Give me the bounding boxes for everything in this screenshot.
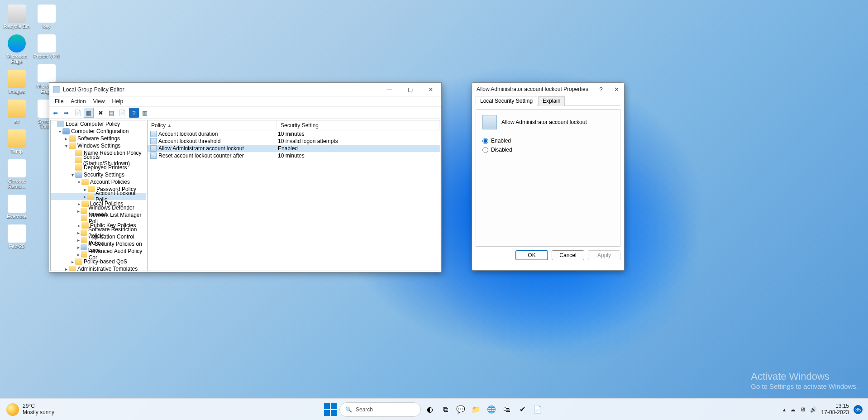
ok-button[interactable]: OK — [515, 250, 548, 260]
volume-icon[interactable]: 🔊 — [810, 406, 817, 413]
tab-explain[interactable]: Explain — [538, 96, 565, 106]
policy-row[interactable]: Allow Administrator account lockoutEnabl… — [148, 145, 440, 152]
icon-label: Temp — [11, 148, 23, 154]
gpedit-titlebar[interactable]: Local Group Policy Editor — ▢ ✕ — [49, 83, 441, 96]
dialog-titlebar[interactable]: Allow Administrator account lockout Prop… — [472, 83, 624, 95]
close-button[interactable]: ✕ — [420, 83, 441, 96]
policy-list[interactable]: Policy▲ Security Setting Account lockout… — [147, 120, 440, 271]
notepad-icon[interactable]: 📄 — [531, 403, 544, 416]
col-policy[interactable]: Policy▲ — [148, 120, 277, 130]
app-icon[interactable]: ✔ — [516, 403, 529, 416]
expand-icon[interactable]: ▸ — [70, 259, 75, 264]
tree-node[interactable]: ▸Administrative Templates — [51, 265, 146, 271]
tree-node[interactable]: Scripts (Startup/Shutdown) — [51, 157, 146, 164]
desktop-icon[interactable]: Images — [2, 70, 32, 94]
apply-button[interactable]: Apply — [588, 250, 620, 260]
desktop-icon[interactable]: Microsoft Edge — [2, 34, 32, 64]
expand-icon[interactable]: ▸ — [76, 201, 81, 206]
view-icon[interactable]: ▥ — [140, 108, 150, 118]
start-button[interactable] — [324, 403, 337, 416]
desktop-icon[interactable]: Feb-20 — [2, 224, 32, 249]
list-header[interactable]: Policy▲ Security Setting — [148, 120, 440, 130]
network-icon[interactable]: 🖥 — [800, 406, 806, 413]
tree-node[interactable]: Local Computer Policy — [51, 120, 146, 128]
expand-icon[interactable]: ▸ — [82, 194, 87, 199]
back-icon[interactable]: ⬅ — [50, 108, 60, 118]
desktop-icon[interactable]: Chrome Remo... — [2, 159, 32, 189]
desktop-icon[interactable]: Recycle Bin — [2, 5, 32, 29]
tree-node[interactable]: ▸Account Lockout Polic — [51, 193, 146, 200]
export-icon[interactable]: 📄 — [117, 108, 127, 118]
expand-icon[interactable]: ▸ — [63, 136, 69, 141]
show-tree-icon[interactable]: ▦ — [84, 108, 94, 118]
menu-help[interactable]: Help — [109, 97, 127, 105]
clock[interactable]: 13:15 17-08-2023 — [821, 403, 849, 416]
cancel-button[interactable]: Cancel — [552, 250, 584, 260]
dialog-close-button[interactable]: ✕ — [609, 83, 624, 95]
explorer-icon[interactable]: 📁 — [470, 403, 482, 416]
delete-icon[interactable]: ✖ — [95, 108, 105, 118]
tree-node[interactable]: ▾Computer Configuration — [51, 128, 146, 135]
expand-icon[interactable]: ▸ — [76, 238, 81, 243]
maximize-button[interactable]: ▢ — [400, 83, 420, 96]
radio-disabled[interactable]: Disabled — [482, 147, 614, 153]
activation-watermark: Activate Windows Go to Settings to activ… — [751, 371, 858, 390]
tab-local-security-setting[interactable]: Local Security Setting — [476, 96, 537, 105]
expand-icon[interactable]: ▸ — [76, 223, 81, 228]
policy-row[interactable]: Reset account lockout counter after10 mi… — [148, 152, 440, 159]
desktop-icon[interactable]: Proton VPN — [32, 34, 62, 59]
policy-row[interactable]: Account lockout duration10 minutes — [148, 130, 440, 138]
tree-node[interactable]: Network List Manager Poli — [51, 215, 146, 222]
expand-icon[interactable]: ▸ — [76, 252, 81, 257]
edge-icon[interactable]: 🌐 — [485, 403, 498, 416]
desktop-icon[interactable]: Temp — [2, 129, 32, 154]
expand-icon[interactable]: ▸ — [76, 245, 81, 250]
onedrive-icon[interactable]: ☁ — [790, 406, 796, 413]
tree-label: Account Policies — [90, 179, 130, 185]
menu-file[interactable]: File — [51, 97, 67, 105]
tree-node[interactable]: ▾Account Policies — [51, 178, 146, 186]
forward-icon[interactable]: ➡ — [61, 108, 71, 118]
menu-view[interactable]: View — [90, 97, 109, 105]
dialog-help-button[interactable]: ? — [593, 83, 609, 95]
expand-icon[interactable]: ▾ — [57, 129, 62, 134]
chat-icon[interactable]: 💬 — [454, 403, 467, 416]
desktop-icon[interactable]: key — [32, 5, 62, 29]
radio-enabled-input[interactable] — [482, 138, 488, 144]
weather-widget[interactable]: 29°C Mostly sunny — [6, 403, 54, 416]
minimize-button[interactable]: — — [379, 83, 400, 96]
policy-tree[interactable]: Local Computer Policy▾Computer Configura… — [50, 120, 146, 271]
expand-icon[interactable]: ▸ — [76, 209, 81, 214]
expand-icon[interactable]: ▾ — [76, 180, 81, 185]
tray-overflow-icon[interactable]: ▴ — [783, 406, 786, 413]
col-security-setting[interactable]: Security Setting — [277, 120, 440, 130]
policy-icon — [150, 138, 157, 144]
properties-icon[interactable]: ▤ — [106, 108, 116, 118]
tree-label: Local Computer Policy — [66, 121, 120, 127]
expand-icon[interactable]: ▸ — [76, 230, 81, 235]
file-icon — [38, 5, 56, 23]
expand-icon[interactable]: ▸ — [82, 187, 88, 192]
folder-icon — [75, 164, 82, 171]
tree-node[interactable]: ▾Security Settings — [51, 171, 146, 178]
system-tray[interactable]: ▴ ☁ 🖥 🔊 — [783, 406, 817, 413]
expand-icon[interactable]: ▾ — [63, 143, 69, 148]
expand-icon[interactable]: ▸ — [63, 267, 69, 272]
taskbar-search[interactable]: 🔍 Search — [339, 402, 421, 417]
menu-action[interactable]: Action — [67, 97, 89, 105]
tree-node[interactable]: ▾Windows Settings — [51, 142, 146, 149]
desktop-icon[interactable]: Evernote — [2, 195, 32, 219]
radio-enabled[interactable]: Enabled — [482, 138, 614, 144]
radio-disabled-input[interactable] — [482, 147, 488, 153]
task-view-icon[interactable]: ⧉ — [439, 403, 452, 416]
copilot-icon[interactable]: ◐ — [424, 403, 436, 416]
up-icon[interactable]: 📄 — [73, 108, 83, 118]
expand-icon[interactable]: ▾ — [70, 172, 75, 177]
store-icon[interactable]: 🛍 — [501, 403, 513, 416]
tree-node[interactable]: ▸Software Settings — [51, 135, 146, 142]
notification-badge[interactable]: 35 — [854, 405, 863, 414]
desktop-icon[interactable]: sri — [2, 100, 32, 124]
help-icon[interactable]: ? — [129, 108, 139, 118]
policy-row[interactable]: Account lockout threshold10 invalid logo… — [148, 138, 440, 145]
tree-node[interactable]: ▸Advanced Audit Policy Cor — [51, 251, 146, 258]
